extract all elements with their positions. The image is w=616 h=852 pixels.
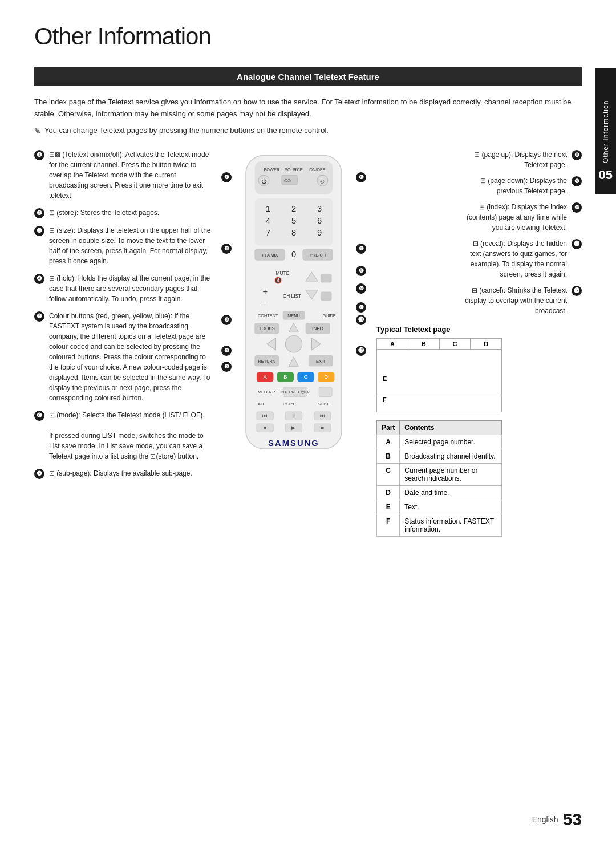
item-icon-1a: ⊟⊠ [49, 151, 60, 159]
item-icon-12: ⊟ [472, 286, 477, 294]
right-item-num-11: ⓫ [572, 239, 582, 249]
table-part-b: B [377, 449, 400, 463]
table-row-b: B Broadcasting channel identity. [377, 449, 502, 463]
item-number-7: ❼ [34, 469, 44, 479]
left-item-7: ❼ ⊡ (sub-page): Displays the available s… [34, 468, 211, 479]
svg-text:MENU: MENU [287, 313, 300, 318]
svg-text:MEDIA.P: MEDIA.P [258, 390, 275, 395]
svg-text:⏸: ⏸ [291, 412, 297, 419]
callout-5: ❺ [221, 362, 232, 372]
table-part-e: E [377, 500, 400, 514]
item-content-1: ⊟⊠ (Teletext on/mix/off): Activates the … [49, 149, 211, 201]
table-row-f: F Status information. FASTEXT informatio… [377, 514, 502, 536]
teletext-col-c: C [440, 339, 471, 349]
table-row-c: C Current page number or search indicati… [377, 463, 502, 485]
teletext-e-label: E [383, 375, 387, 382]
svg-text:EXIT: EXIT [316, 358, 326, 363]
svg-text:■: ■ [321, 424, 325, 431]
table-part-d: D [377, 485, 400, 500]
svg-text:8: 8 [291, 228, 296, 237]
left-item-2: ❷ ⊡ (store): Stores the Teletext pages. [34, 208, 211, 218]
right-item-num-12: ⓬ [572, 286, 582, 296]
svg-text:2: 2 [291, 204, 296, 213]
teletext-preview: A B C D E F [376, 338, 502, 412]
intro-paragraph: The index page of the Teletext service g… [34, 96, 582, 120]
svg-text:SUBT.: SUBT. [318, 401, 330, 407]
item-icon-6b: ⊡ [150, 452, 156, 460]
left-item-3: ❸ ⊟ (size): Displays the teletext on the… [34, 225, 211, 266]
svg-text:🔇: 🔇 [274, 277, 282, 284]
footer-label: English [532, 815, 558, 824]
teletext-page-title: Typical Teletext page [376, 325, 582, 334]
svg-text:4: 4 [266, 216, 270, 225]
svg-text:PRE-CH: PRE-CH [310, 253, 326, 258]
note-icon: ✎ [34, 127, 41, 136]
svg-text:ON/OFF: ON/OFF [309, 167, 325, 172]
right-items: ⊟ (page up): Displays the nextTeletext p… [376, 149, 582, 316]
svg-text:1: 1 [266, 204, 270, 213]
right-item-num-9: ❾ [572, 176, 582, 186]
svg-rect-63 [319, 387, 332, 396]
callout-3: ❸ [221, 315, 232, 325]
right-item-num-10: ❿ [572, 202, 582, 213]
right-item-num-8: ❽ [572, 150, 582, 160]
teletext-header-row: A B C D [377, 339, 501, 350]
content-area: ❶ ⊟⊠ (Teletext on/mix/off): Activates th… [34, 149, 582, 537]
teletext-col-a: A [377, 339, 408, 349]
item-number-1: ❶ [34, 150, 44, 160]
svg-text:SAMSUNG: SAMSUNG [268, 438, 319, 447]
item-number-6: ❻ [34, 411, 44, 421]
svg-text:5: 5 [291, 216, 296, 225]
svg-text:TOOLS: TOOLS [259, 326, 275, 331]
svg-point-45 [285, 335, 302, 352]
table-part-f: F [377, 514, 400, 536]
callout-10: ❿ [356, 302, 366, 313]
right-item-12: ⊟ (cancel): Shrinks the Teletextdisplay … [376, 285, 582, 316]
svg-rect-29 [321, 274, 331, 282]
callout-9: ❾ [356, 283, 366, 294]
item-content-4: ⊟ (hold): Holds the display at the curre… [49, 273, 211, 304]
svg-text:⏻: ⏻ [261, 177, 267, 184]
svg-text:9: 9 [317, 228, 322, 237]
callout-12: ⓬ [356, 346, 366, 356]
item-icon-11: ⊟ [473, 240, 479, 248]
svg-text:TTX/MIX: TTX/MIX [262, 253, 278, 258]
item-number-4: ❹ [34, 274, 44, 284]
callout-8: ❽ [356, 266, 366, 276]
item-number-2: ❷ [34, 208, 44, 218]
svg-text:B: B [283, 374, 287, 380]
svg-text:3: 3 [317, 204, 322, 213]
item-content-2: ⊡ (store): Stores the Teletext pages. [49, 208, 211, 218]
svg-text:–: – [262, 296, 268, 305]
item-content-7: ⊡ (sub-page): Displays the available sub… [49, 468, 211, 479]
svg-text:CONTENT: CONTENT [258, 313, 278, 318]
right-column: ⊟ (page up): Displays the nextTeletext p… [376, 149, 582, 537]
item-content-5: Colour buttons (red, green, yellow, blue… [49, 311, 211, 403]
svg-text:●: ● [264, 424, 267, 431]
svg-text:A: A [263, 374, 267, 380]
table-part-a: A [377, 435, 400, 449]
remote-svg: POWER SOURCE ON/OFF ⏻ ⬡⬡ ◎ [234, 149, 354, 461]
item-icon-7: ⊡ [49, 469, 55, 477]
svg-text:▶: ▶ [292, 424, 296, 431]
item-icon-8: ⊟ [474, 151, 480, 159]
left-item-6: ❻ ⊡ (mode): Selects the Teletext mode (L… [34, 410, 211, 461]
svg-text:D: D [324, 374, 328, 380]
remote-wrapper: POWER SOURCE ON/OFF ⏻ ⬡⬡ ◎ [234, 149, 354, 463]
callout-4: ❹ [221, 346, 232, 356]
left-item-4: ❹ ⊟ (hold): Holds the display at the cur… [34, 273, 211, 304]
svg-text:P.SIZE: P.SIZE [283, 401, 295, 407]
svg-text:INFO: INFO [312, 326, 323, 331]
side-tab-text: Other Information [602, 100, 610, 163]
item-content-3: ⊟ (size): Displays the teletext on the u… [49, 225, 211, 266]
table-contents-d: Date and time. [400, 485, 502, 500]
table-header-part: Part [377, 420, 400, 435]
svg-text:CH LIST: CH LIST [283, 293, 301, 299]
callout-6: ❻ [356, 172, 366, 182]
page-title: Other Information [34, 23, 582, 50]
callout-1: ❶ [221, 172, 232, 182]
info-table: Part Contents A Selected page number. B … [376, 420, 502, 537]
section-header: Analogue Channel Teletext Feature [34, 67, 582, 86]
center-column: POWER SOURCE ON/OFF ⏻ ⬡⬡ ◎ [228, 149, 359, 537]
svg-text:⏮: ⏮ [262, 412, 268, 419]
